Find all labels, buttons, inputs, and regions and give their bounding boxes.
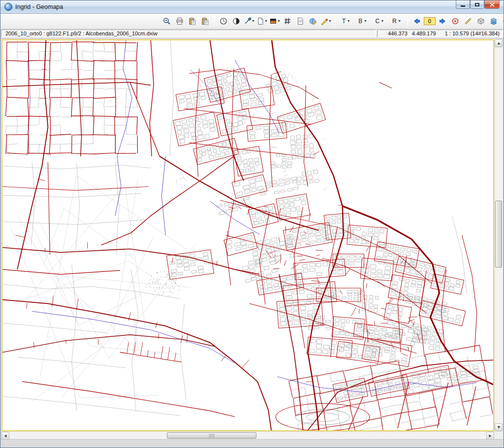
scroll-right-button[interactable] — [486, 432, 494, 440]
sheet-icon — [296, 17, 304, 25]
layers-icon — [490, 17, 498, 25]
map-viewport — [1, 39, 494, 431]
pan-button[interactable] — [501, 15, 504, 27]
chevron-down-icon: ▾ — [252, 19, 254, 23]
app-icon — [4, 3, 12, 11]
nav-right-icon — [439, 17, 446, 25]
cube-button[interactable] — [475, 15, 487, 27]
grid-button[interactable] — [282, 15, 293, 27]
menu-button-c-label: C — [375, 18, 379, 25]
coordinate-x: 446.373 — [388, 30, 408, 36]
maximize-icon — [475, 3, 479, 6]
bottom-strip — [0, 439, 504, 448]
arrow-left-icon — [4, 434, 7, 438]
pencil-icon — [320, 17, 328, 25]
chevron-down-icon: ▾ — [399, 19, 401, 23]
chevron-down-icon: ▾ — [381, 19, 383, 23]
chevron-down-icon: ▾ — [278, 19, 280, 23]
close-icon — [490, 2, 495, 7]
vertical-scroll-thumb[interactable] — [495, 201, 502, 268]
toolbar-separator — [335, 16, 335, 27]
chevron-down-icon: ▾ — [347, 19, 349, 23]
coordinate-y: 4.489.179 — [412, 30, 436, 36]
contrast-icon — [232, 17, 240, 25]
nav-left-icon — [413, 17, 421, 25]
zoom-button[interactable] — [161, 15, 173, 27]
scrollbar-corner — [494, 431, 503, 439]
target-icon — [451, 17, 459, 25]
horizontal-scroll-thumb[interactable] — [167, 432, 256, 439]
layers-button[interactable] — [488, 15, 500, 27]
window-controls — [456, 0, 500, 9]
zoom-icon — [163, 17, 171, 25]
pencil-button[interactable]: ▾ — [320, 15, 332, 27]
nav-counter-input[interactable] — [424, 17, 436, 25]
menu-button-r-label: R — [392, 18, 397, 25]
fill-color-button[interactable]: ▾ — [269, 15, 281, 27]
paste-page-icon — [201, 17, 209, 25]
paste-button[interactable] — [187, 15, 198, 27]
menu-button-c[interactable]: C ▾ — [371, 15, 387, 27]
grid-icon — [284, 17, 291, 25]
new-sheet-button[interactable]: ▾ — [256, 15, 268, 27]
chevron-down-icon: ▾ — [364, 19, 366, 23]
color-picker-button[interactable]: ▾ — [243, 15, 255, 27]
maximize-button[interactable] — [470, 0, 484, 9]
document-path: 2006_10_orto0 : g8122.F1.p9/2 : Alcobend… — [5, 30, 158, 36]
paste-icon — [189, 17, 196, 25]
app-window: Ingrid - Geomapa ▾ — [0, 0, 504, 448]
print-button[interactable] — [174, 15, 186, 27]
clock-button[interactable] — [218, 15, 229, 27]
menu-button-r[interactable]: R ▾ — [388, 15, 405, 27]
sheet-button[interactable] — [294, 15, 306, 27]
vertical-scrollbar[interactable] — [494, 39, 503, 431]
toolbar-right-group: ? — [449, 15, 504, 27]
cube-icon — [477, 17, 485, 25]
menu-button-b-label: B — [358, 18, 362, 25]
map-canvas[interactable] — [2, 40, 493, 430]
toolbar: ▾ ▾ ▾ ▾ T ▾ B ▾ — [0, 14, 504, 29]
fill-color-icon — [269, 17, 277, 25]
contrast-button[interactable] — [230, 15, 242, 27]
scroll-left-button[interactable] — [1, 432, 9, 440]
paste-page-button[interactable] — [199, 15, 211, 27]
clock-icon — [220, 17, 227, 25]
scroll-up-button[interactable] — [495, 39, 503, 47]
map-area — [0, 38, 504, 448]
color-picker-icon — [244, 17, 252, 25]
arrow-up-icon — [497, 42, 501, 45]
titlebar[interactable]: Ingrid - Geomapa — [0, 0, 504, 14]
scroll-down-button[interactable] — [495, 423, 503, 431]
edit-globe-icon — [309, 17, 317, 25]
nav-forward-button[interactable] — [437, 15, 448, 27]
close-button[interactable] — [484, 0, 500, 9]
statusbar-document: 2006_10_orto0 : g8122.F1.p9/2 : Alcobend… — [1, 30, 376, 37]
minimize-button[interactable] — [456, 0, 470, 9]
vertical-scroll-track[interactable] — [495, 47, 503, 423]
arrow-down-icon — [497, 426, 501, 429]
target-button[interactable] — [449, 15, 461, 27]
statusbar: 2006_10_orto0 : g8122.F1.p9/2 : Alcobend… — [0, 29, 504, 38]
statusbar-coordinates: 446.373 4.489.179 1 : 10.579 (14#16.384) — [377, 30, 503, 37]
nav-back-button[interactable] — [411, 15, 423, 27]
toolbar-separator — [408, 16, 408, 27]
thumb-grip — [209, 434, 215, 438]
chevron-down-icon: ▾ — [265, 19, 267, 23]
chevron-down-icon: ▾ — [329, 19, 331, 23]
window-title: Ingrid - Geomapa — [15, 3, 63, 10]
minimize-icon — [461, 5, 465, 7]
ruler-button[interactable] — [462, 15, 474, 27]
new-sheet-icon — [256, 17, 264, 25]
scale-readout: 1 : 10.579 (14#16.384) — [445, 30, 500, 36]
edit-globe-button[interactable] — [307, 15, 319, 27]
menu-button-t-label: T — [342, 18, 346, 25]
menu-button-b[interactable]: B ▾ — [354, 15, 370, 27]
toolbar-separator — [214, 16, 215, 27]
menu-button-t[interactable]: T ▾ — [338, 15, 353, 27]
horizontal-scrollbar[interactable] — [1, 431, 494, 439]
print-icon — [176, 17, 184, 25]
ruler-icon — [464, 17, 472, 25]
horizontal-scroll-track[interactable] — [9, 432, 486, 439]
arrow-right-icon — [489, 434, 492, 438]
